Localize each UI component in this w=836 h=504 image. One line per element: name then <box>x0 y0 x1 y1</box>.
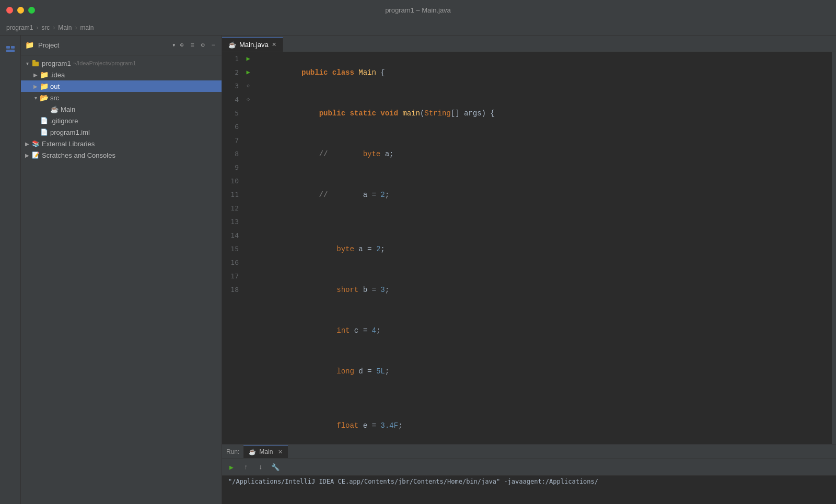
arrow-git <box>31 116 40 125</box>
editor-area: ☕ Main.java ✕ 1 ▶ 2 ▶ <box>222 36 836 504</box>
close-panel-icon[interactable]: − <box>209 41 217 50</box>
tree-label-main: Main <box>61 106 75 113</box>
bottom-panel: Run: ☕ Main ✕ ▶ ↑ ↓ 🔧 "/Applications/Int… <box>222 444 836 504</box>
arrow-extlibs: ▶ <box>23 139 31 148</box>
tree-item-extlibs[interactable]: ▶ 📚 External Libraries <box>21 138 222 149</box>
line-num-17: 17 <box>222 269 243 283</box>
extlib-icon: 📚 <box>31 139 40 148</box>
folder-icon-idea: 📁 <box>40 71 48 79</box>
svg-rect-4 <box>32 60 36 62</box>
gutter-bookmark-3[interactable]: ◇ <box>243 79 253 93</box>
left-sidebar-strip <box>0 36 21 504</box>
arrow-program1: ▾ <box>23 59 31 67</box>
code-line-2: public static void main(String[] args) { <box>258 93 832 134</box>
tab-main-java[interactable]: ☕ Main.java ✕ <box>222 37 283 52</box>
tree-item-out[interactable]: ▶ 📁 out <box>21 80 222 92</box>
project-panel: 📁 Project ▾ ⊕ ≡ ⚙ − ▾ program1 ~/IdeaPr <box>21 36 222 504</box>
code-line-3: // byte a; <box>258 134 832 174</box>
tree-label-iml: program1.iml <box>50 128 90 136</box>
run-tab-close[interactable]: ✕ <box>278 449 283 455</box>
minimize-button[interactable] <box>17 7 24 14</box>
iml-file-icon: 📄 <box>40 128 48 136</box>
line-num-15: 15 <box>222 242 243 256</box>
code-line-1: public class Main { <box>258 52 832 93</box>
tree-label-src: src <box>50 94 59 102</box>
arrow-idea: ▶ <box>31 71 40 79</box>
project-tree: ▾ program1 ~/IdeaProjects/program1 ▶ 📁 .… <box>21 55 222 504</box>
arrow-main-empty <box>42 105 50 113</box>
line-num-6: 6 <box>222 120 243 134</box>
gutter-run-1[interactable]: ▶ <box>243 52 253 66</box>
line-num-3: 3 <box>222 79 243 93</box>
arrow-scratches: ▶ <box>23 151 31 159</box>
tree-item-main[interactable]: ☕ Main <box>21 103 222 115</box>
line-num-1: 1 <box>222 52 243 66</box>
code-line-4: // a = 2; <box>258 174 832 215</box>
tree-item-gitignore[interactable]: 📄 .gitignore <box>21 115 222 126</box>
tab-close-button[interactable]: ✕ <box>272 41 276 48</box>
settings-icon[interactable]: ⚙ <box>199 41 207 50</box>
folder-icon-src: 📂 <box>40 93 48 102</box>
run-play-button[interactable]: ▶ <box>226 462 237 473</box>
java-file-icon: ☕ <box>50 105 59 113</box>
code-content[interactable]: public class Main { public static void m… <box>253 52 832 444</box>
code-line-11: float e = 3.4F; <box>258 405 832 444</box>
code-line-10 <box>258 392 832 405</box>
maximize-button[interactable] <box>28 7 35 14</box>
tree-label-extlibs: External Libraries <box>42 140 95 148</box>
line-num-9: 9 <box>222 161 243 174</box>
main-layout: 📁 Project ▾ ⊕ ≡ ⚙ − ▾ program1 ~/IdeaPr <box>0 36 836 504</box>
svg-rect-2 <box>11 46 15 49</box>
breadcrumb-program1[interactable]: program1 <box>6 24 33 31</box>
tree-item-src[interactable]: ▾ 📂 src <box>21 92 222 103</box>
project-view-icon[interactable] <box>1 40 20 58</box>
collapse-icon[interactable]: ≡ <box>188 41 196 50</box>
project-folder-icon: 📁 <box>25 41 34 50</box>
close-button[interactable] <box>6 7 13 14</box>
title-bar: program1 – Main.java <box>0 0 836 20</box>
breadcrumb-src[interactable]: src <box>41 24 50 31</box>
sync-icon[interactable]: ⊕ <box>178 41 186 50</box>
line-num-18: 18 <box>222 283 243 297</box>
breadcrumb-main-method[interactable]: main <box>80 24 94 31</box>
bookmark-icon-3: ◇ <box>247 79 250 93</box>
line-num-2: 2 <box>222 66 243 79</box>
tree-label-gitignore: .gitignore <box>50 117 78 125</box>
line-num-5: 5 <box>222 107 243 120</box>
tree-label-scratches: Scratches and Consoles <box>42 151 115 159</box>
right-gutter <box>832 52 836 444</box>
tree-label-out: out <box>50 83 60 90</box>
run-toolbar: ▶ ↑ ↓ 🔧 <box>222 459 836 476</box>
line-num-14: 14 <box>222 229 243 242</box>
svg-rect-1 <box>6 50 15 52</box>
run-gutter-icon-2[interactable]: ▶ <box>246 66 250 79</box>
tree-item-idea[interactable]: ▶ 📁 .idea <box>21 69 222 80</box>
line-num-4: 4 <box>222 93 243 107</box>
run-output: "/Applications/IntelliJ IDEA CE.app/Cont… <box>222 476 836 504</box>
run-rerun-button[interactable]: ↓ <box>256 462 266 473</box>
run-wrench-button[interactable]: 🔧 <box>270 462 281 473</box>
line-gutter: 1 ▶ 2 ▶ 3 ◇ <box>222 52 253 444</box>
code-line-6: byte a = 2; <box>258 229 832 269</box>
code-editor[interactable]: 1 ▶ 2 ▶ 3 ◇ <box>222 52 836 444</box>
run-tab-main[interactable]: ☕ Main ✕ <box>243 446 288 458</box>
project-toolbar: 📁 Project ▾ ⊕ ≡ ⚙ − <box>21 36 222 55</box>
line-num-13: 13 <box>222 215 243 229</box>
scratches-icon: 📝 <box>31 151 40 159</box>
gutter-run-2[interactable]: ▶ <box>243 66 253 79</box>
code-line-9: long d = 5L; <box>258 351 832 392</box>
line-num-10: 10 <box>222 174 243 188</box>
run-output-text: "/Applications/IntelliJ IDEA CE.app/Cont… <box>228 478 598 485</box>
tab-bar: ☕ Main.java ✕ <box>222 36 836 52</box>
line-num-7: 7 <box>222 134 243 147</box>
breadcrumb-main-class[interactable]: Main <box>58 24 72 31</box>
project-dropdown-icon[interactable]: ▾ <box>172 42 176 49</box>
tab-java-icon: ☕ <box>228 41 236 49</box>
run-tab-label: Main <box>259 448 273 455</box>
tree-item-scratches[interactable]: ▶ 📝 Scratches and Consoles <box>21 149 222 161</box>
gutter-bookmark-4[interactable]: ◇ <box>243 93 253 107</box>
run-stop-button[interactable]: ↑ <box>241 462 251 473</box>
tree-item-program1[interactable]: ▾ program1 ~/IdeaProjects/program1 <box>21 57 222 69</box>
run-gutter-icon-1[interactable]: ▶ <box>246 52 250 66</box>
tree-item-iml[interactable]: 📄 program1.iml <box>21 126 222 138</box>
